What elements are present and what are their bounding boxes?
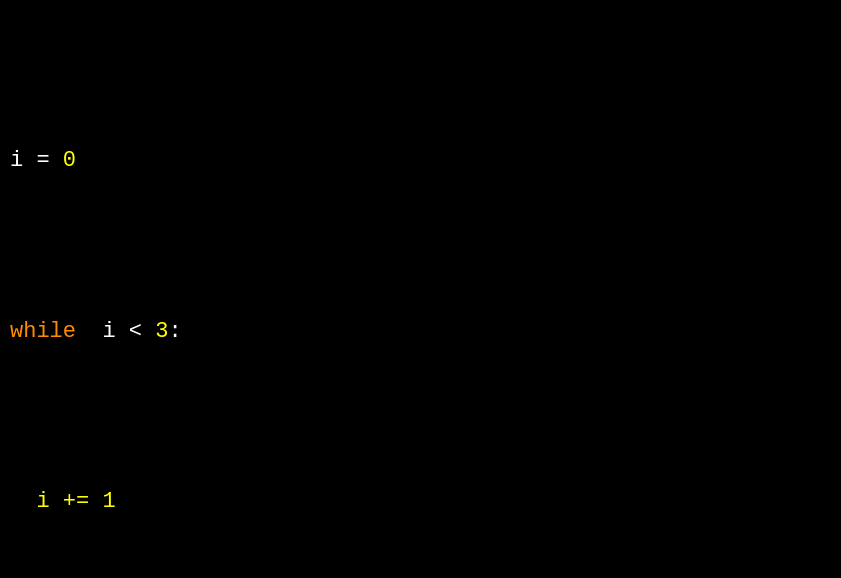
var-i-inc: i += 1 <box>36 489 115 514</box>
code-editor: i = 0 while i < 3: i += 1 score = raw_in… <box>0 0 841 578</box>
line-2: while i < 3: <box>10 315 831 349</box>
line-3: i += 1 <box>10 485 831 519</box>
line-1: i = 0 <box>10 144 831 178</box>
kw-while: while <box>10 319 76 344</box>
num-0: 0 <box>63 148 76 173</box>
var-i: i <box>10 148 23 173</box>
